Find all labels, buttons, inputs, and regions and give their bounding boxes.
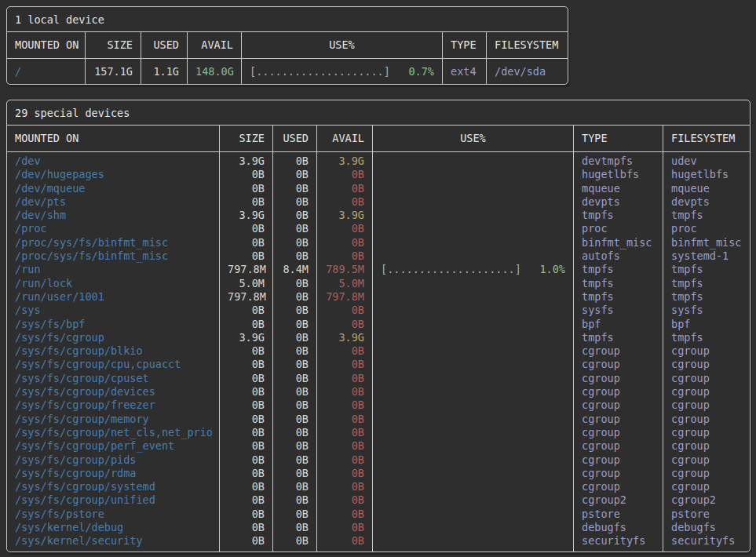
avail-cell: 0B bbox=[317, 249, 373, 263]
filesystem-cell: cgroup bbox=[663, 467, 750, 480]
mounted-on-cell: /sys/kernel/security bbox=[7, 534, 220, 551]
type-cell: bpf bbox=[574, 318, 663, 331]
filesystem-cell: binfmt_misc bbox=[663, 236, 750, 249]
size-cell: 3.9G bbox=[220, 152, 273, 168]
avail-cell: 0B bbox=[317, 413, 373, 426]
use-percent-cell bbox=[373, 304, 574, 317]
filesystem-cell: cgroup bbox=[663, 426, 750, 439]
mounted-on-cell: /sys/fs/cgroup/devices bbox=[7, 385, 220, 399]
used-cell: 0B bbox=[273, 372, 317, 385]
type-cell: devtmpfs bbox=[574, 152, 663, 168]
size-cell: 0B bbox=[220, 439, 273, 453]
size-cell: 3.9G bbox=[220, 331, 273, 344]
used-cell: 0B bbox=[273, 290, 317, 304]
type-cell: cgroup bbox=[574, 480, 663, 493]
table-row: /sys/fs/cgroup/memory0B0B0Bcgroupcgroup bbox=[7, 413, 750, 426]
mounted-on-cell: / bbox=[7, 59, 86, 84]
use-percent-cell: [....................]0.7% bbox=[242, 59, 443, 84]
avail-cell: 0B bbox=[317, 453, 373, 467]
size-cell: 797.8M bbox=[220, 263, 273, 276]
column-header-avail: AVAIL bbox=[188, 32, 242, 58]
avail-cell: 0B bbox=[317, 236, 373, 249]
size-cell: 0B bbox=[220, 304, 273, 317]
mounted-on-cell: /run/lock bbox=[7, 277, 220, 290]
filesystem-cell: systemd-1 bbox=[663, 249, 750, 263]
avail-cell: 0B bbox=[317, 426, 373, 439]
filesystem-cell: proc bbox=[663, 222, 750, 235]
size-cell: 0B bbox=[220, 467, 273, 480]
mounted-on-cell: /sys/fs/cgroup/cpuset bbox=[7, 372, 220, 385]
avail-cell: 0B bbox=[317, 508, 373, 521]
mounted-on-cell: /dev/hugepages bbox=[7, 168, 220, 181]
avail-cell: 0B bbox=[317, 358, 373, 371]
used-cell: 0B bbox=[273, 358, 317, 371]
avail-cell: 0B bbox=[317, 304, 373, 317]
table-row: /sys/fs/cgroup/unified0B0B0Bcgroup2cgrou… bbox=[7, 493, 750, 507]
table-title: 1 local device bbox=[7, 7, 568, 32]
filesystem-cell: sysfs bbox=[663, 304, 750, 317]
size-cell: 3.9G bbox=[220, 209, 273, 222]
use-percent-cell bbox=[373, 182, 574, 195]
use-percent-cell bbox=[373, 480, 574, 493]
table-row: /sys/fs/cgroup/rdma0B0B0Bcgroupcgroup bbox=[7, 467, 750, 480]
avail-cell: 0B bbox=[317, 344, 373, 358]
type-cell: cgroup bbox=[574, 439, 663, 453]
table-row: /sys/fs/cgroup/cpu,cpuacct0B0B0Bcgroupcg… bbox=[7, 358, 750, 371]
avail-cell: 0B bbox=[317, 399, 373, 412]
used-cell: 0B bbox=[273, 467, 317, 480]
type-cell: hugetlbfs bbox=[574, 168, 663, 181]
column-header-mounted-on: MOUNTED ON bbox=[7, 126, 220, 151]
type-cell: cgroup bbox=[574, 372, 663, 385]
mounted-on-cell: /sys/fs/bpf bbox=[7, 318, 220, 331]
column-header-mounted-on: MOUNTED ON bbox=[7, 32, 86, 58]
mounted-on-cell: /dev/shm bbox=[7, 209, 220, 222]
column-header-type: TYPE bbox=[574, 126, 663, 151]
table-1-rows: /dev3.9G0B3.9Gdevtmpfsudev/dev/hugepages… bbox=[7, 152, 750, 552]
type-cell: autofs bbox=[574, 249, 663, 263]
used-cell: 0B bbox=[273, 277, 317, 290]
used-cell: 0B bbox=[273, 385, 317, 399]
mounted-on-cell: /sys/fs/cgroup/rdma bbox=[7, 467, 220, 480]
size-cell: 0B bbox=[220, 344, 273, 358]
filesystem-cell: hugetlbfs bbox=[663, 168, 750, 181]
used-cell: 1.1G bbox=[141, 59, 188, 84]
table-row: /dev/hugepages0B0B0Bhugetlbfshugetlbfs bbox=[7, 168, 750, 181]
used-cell: 0B bbox=[273, 493, 317, 507]
filesystem-cell: devpts bbox=[663, 195, 750, 209]
mounted-on-cell: /proc bbox=[7, 222, 220, 235]
type-cell: devpts bbox=[574, 195, 663, 209]
size-cell: 0B bbox=[220, 413, 273, 426]
used-cell: 0B bbox=[273, 480, 317, 493]
table-row: /run/user/1001797.8M0B797.8Mtmpfstmpfs bbox=[7, 290, 750, 304]
used-cell: 8.4M bbox=[273, 263, 317, 276]
table-row: /dev/mqueue0B0B0Bmqueuemqueue bbox=[7, 182, 750, 195]
mounted-on-cell: /sys/fs/cgroup/cpu,cpuacct bbox=[7, 358, 220, 371]
use-percent-cell: [....................]1.0% bbox=[373, 263, 574, 276]
size-cell: 0B bbox=[220, 399, 273, 412]
filesystem-cell: tmpfs bbox=[663, 331, 750, 344]
use-percent-cell bbox=[373, 222, 574, 235]
use-percent-cell bbox=[373, 493, 574, 507]
filesystem-cell: cgroup bbox=[663, 385, 750, 399]
type-cell: tmpfs bbox=[574, 277, 663, 290]
mounted-on-cell: /sys/fs/pstore bbox=[7, 508, 220, 521]
type-cell: tmpfs bbox=[574, 290, 663, 304]
special-devices-table: 29 special devices MOUNTED ONSIZEUSEDAVA… bbox=[6, 100, 751, 552]
used-cell: 0B bbox=[273, 508, 317, 521]
column-header-size: SIZE bbox=[86, 32, 141, 58]
size-cell: 0B bbox=[220, 534, 273, 551]
use-percent-cell bbox=[373, 508, 574, 521]
mounted-on-cell: /sys/fs/cgroup/systemd bbox=[7, 480, 220, 493]
type-cell: cgroup bbox=[574, 426, 663, 439]
use-percent-cell bbox=[373, 439, 574, 453]
use-percent-cell bbox=[373, 467, 574, 480]
used-cell: 0B bbox=[273, 534, 317, 551]
table-row: /dev/shm3.9G0B3.9Gtmpfstmpfs bbox=[7, 209, 750, 222]
mounted-on-cell: /sys/fs/cgroup/freezer bbox=[7, 399, 220, 412]
local-devices-table: 1 local device MOUNTED ONSIZEUSEDAVAILUS… bbox=[6, 6, 568, 85]
table-row: /run797.8M8.4M789.5M[...................… bbox=[7, 263, 750, 276]
type-cell: cgroup2 bbox=[574, 493, 663, 507]
column-header-filesystem: FILESYSTEM bbox=[487, 32, 568, 58]
avail-cell: 0B bbox=[317, 372, 373, 385]
avail-cell: 3.9G bbox=[317, 152, 373, 168]
